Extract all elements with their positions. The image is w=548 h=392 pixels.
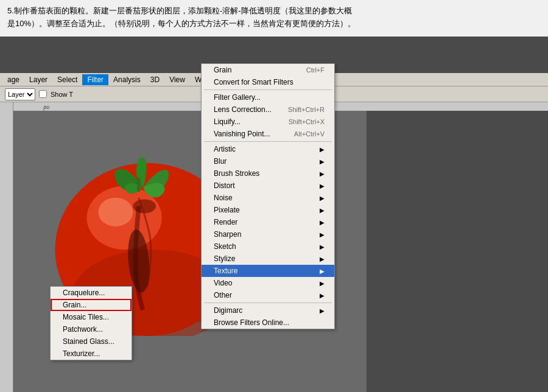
menu-render[interactable]: Render ▶ (202, 216, 334, 228)
menu-texture[interactable]: Texture ▶ (202, 265, 334, 277)
submenu-stained-glass[interactable]: Stained Glass... (51, 335, 132, 348)
menu-lens-correction[interactable]: Lens Correction... Shift+Ctrl+R (202, 103, 334, 116)
menu-distort[interactable]: Distort ▶ (202, 180, 334, 192)
menubar-item-age[interactable]: age (2, 74, 24, 85)
separator-2 (204, 141, 332, 142)
instruction-text: 5.制作番茄表面的颗粒。新建一层番茄形状的图层，添加颗粒-溶解-降低透明度（我这… (0, 0, 548, 35)
menu-sketch[interactable]: Sketch ▶ (202, 240, 334, 253)
svg-text:50: 50 (44, 105, 49, 110)
menu-sharpen[interactable]: Sharpen ▶ (202, 228, 334, 240)
separator-1 (204, 89, 332, 90)
ruler-vertical (0, 102, 13, 392)
menu-filter-gallery[interactable]: Filter Gallery... (202, 91, 334, 103)
submenu-patchwork[interactable]: Patchwork... (51, 323, 132, 335)
menu-brush-strokes[interactable]: Brush Strokes ▶ (202, 167, 334, 180)
submenu-texturizer[interactable]: Texturizer... (51, 348, 132, 360)
filter-menu: Grain Ctrl+F Convert for Smart Filters F… (201, 63, 335, 329)
submenu-craquelure[interactable]: Craquelure... (51, 287, 132, 299)
menubar-item-view[interactable]: View (164, 74, 190, 85)
menu-noise[interactable]: Noise ▶ (202, 192, 334, 204)
menu-liquify[interactable]: Liquify... Shift+Ctrl+X (202, 116, 334, 128)
menu-other[interactable]: Other ▶ (202, 289, 334, 301)
menubar-item-analysis[interactable]: Analysis (108, 74, 146, 85)
menubar-item-filter[interactable]: Filter (82, 74, 108, 85)
menu-stylize[interactable]: Stylize ▶ (202, 253, 334, 265)
submenu-mosaic-tiles[interactable]: Mosaic Tiles... (51, 311, 132, 323)
svg-rect-12 (137, 177, 141, 192)
svg-point-8 (98, 198, 133, 226)
menu-pixelate[interactable]: Pixelate ▶ (202, 204, 334, 216)
instruction-line1: 5.制作番茄表面的颗粒。新建一层番茄形状的图层，添加颗粒-溶解-降低透明度（我这… (7, 5, 541, 18)
app-workspace: age Layer Select Filter Analysis 3D View… (0, 37, 548, 392)
menu-browse-filters[interactable]: Browse Filters Online... (202, 317, 334, 329)
texture-submenu: Craquelure... Grain... Mosaic Tiles... P… (50, 286, 132, 360)
layer-select[interactable]: Layer (5, 88, 35, 100)
menu-grain[interactable]: Grain Ctrl+F (202, 64, 334, 76)
submenu-grain[interactable]: Grain... (51, 299, 132, 311)
instruction-line2: 是10%）。调整至合适为止。（特别说明，每个人的方式方法不一样，当然肯定有更简便… (7, 18, 541, 30)
menubar-item-select[interactable]: Select (52, 74, 82, 85)
menubar-item-3d[interactable]: 3D (146, 74, 164, 85)
menu-convert-smart[interactable]: Convert for Smart Filters (202, 76, 334, 88)
show-t-checkbox[interactable] (39, 90, 47, 98)
menu-digimarc[interactable]: Digimarc ▶ (202, 304, 334, 317)
menu-vanishing-point[interactable]: Vanishing Point... Alt+Ctrl+V (202, 128, 334, 140)
show-t-label: Show T (51, 91, 73, 98)
menu-artistic[interactable]: Artistic ▶ (202, 143, 334, 155)
separator-3 (204, 303, 332, 303)
menubar-item-layer[interactable]: Layer (24, 74, 52, 85)
menu-blur[interactable]: Blur ▶ (202, 155, 334, 167)
menu-video[interactable]: Video ▶ (202, 277, 334, 289)
